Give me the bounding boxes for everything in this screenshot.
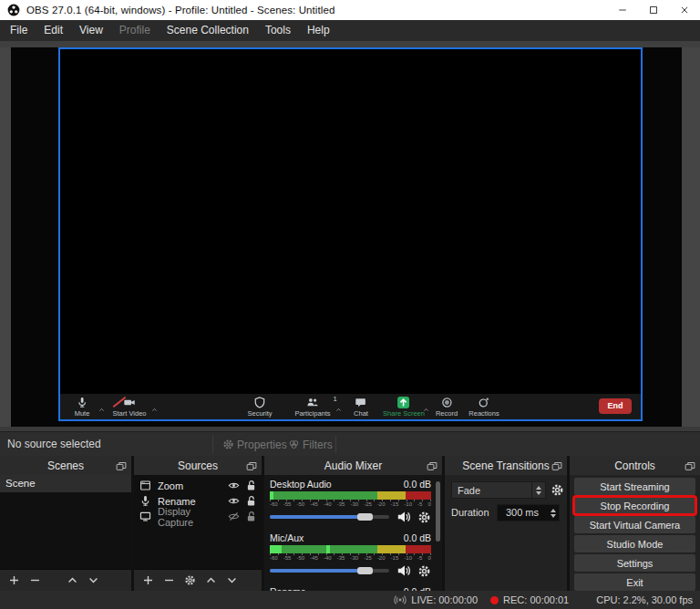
- menu-file[interactable]: File: [2, 20, 36, 41]
- menu-edit[interactable]: Edit: [36, 20, 71, 41]
- zoom-record-button[interactable]: Record: [436, 397, 458, 418]
- meter-scale: -60-55-50-45-40-35-30-25-20-15-10-50: [270, 500, 431, 508]
- zoom-mute-button[interactable]: Mute: [75, 397, 90, 418]
- speaker-icon[interactable]: [396, 510, 411, 524]
- scenes-header[interactable]: Scenes: [0, 456, 131, 475]
- maximize-button[interactable]: [638, 0, 669, 20]
- start-streaming-button[interactable]: Start Streaming: [574, 478, 695, 495]
- transition-select[interactable]: Fade: [451, 481, 546, 499]
- minimize-button[interactable]: [607, 0, 638, 20]
- volume-slider[interactable]: [270, 569, 389, 573]
- move-scene-down-button[interactable]: [87, 573, 100, 587]
- exit-button[interactable]: Exit: [574, 573, 695, 591]
- scene-item-selected[interactable]: Scene: [0, 475, 131, 492]
- settings-button[interactable]: Settings: [574, 554, 695, 572]
- reactions-icon: [468, 397, 499, 408]
- eye-icon[interactable]: [228, 495, 240, 507]
- audio-mixer-header[interactable]: Audio Mixer: [264, 456, 442, 475]
- sources-toolbar: [134, 569, 262, 591]
- chevron-up-icon[interactable]: [98, 400, 105, 417]
- mixer-desktop-audio: Desktop Audio 0.0 dB -60-55-50-45-40-35-…: [270, 479, 431, 524]
- properties-button[interactable]: Properties: [222, 432, 287, 457]
- combo-spinner[interactable]: [531, 482, 545, 498]
- zoom-share-screen-button[interactable]: Share Screen: [383, 397, 425, 418]
- eye-off-icon[interactable]: [228, 511, 240, 522]
- close-button[interactable]: [669, 0, 700, 20]
- transition-gear-icon[interactable]: [551, 483, 564, 497]
- controls-header[interactable]: Controls: [570, 456, 700, 475]
- sources-list: Zoom Rename Display Capture: [134, 475, 262, 569]
- move-scene-up-button[interactable]: [66, 573, 79, 587]
- remove-scene-button[interactable]: [28, 573, 42, 587]
- source-row-zoom[interactable]: Zoom: [134, 478, 262, 493]
- rec-time: REC: 00:00:01: [503, 594, 569, 605]
- dock-icon[interactable]: [685, 459, 695, 470]
- scenes-list: Scene: [0, 475, 131, 569]
- chat-icon: [354, 397, 368, 408]
- lock-open-icon[interactable]: [245, 511, 257, 522]
- zoom-reactions-button[interactable]: Reactions: [468, 397, 499, 418]
- move-source-down-button[interactable]: [225, 573, 239, 587]
- menu-view[interactable]: View: [71, 20, 111, 41]
- lock-open-icon[interactable]: [245, 480, 257, 491]
- chevron-up-icon[interactable]: [335, 400, 342, 417]
- volume-meter: [270, 545, 431, 553]
- chevron-up-icon[interactable]: [423, 400, 429, 417]
- zoom-end-button[interactable]: End: [599, 398, 632, 414]
- mic-icon: [75, 397, 90, 408]
- obs-window: OBS 27.0.1 (64-bit, windows) - Profile: …: [0, 0, 700, 609]
- source-properties-button[interactable]: [183, 573, 197, 587]
- gear-icon[interactable]: [417, 564, 431, 578]
- gear-icon: [222, 439, 234, 450]
- add-source-button[interactable]: [141, 573, 155, 587]
- dock-icon[interactable]: [246, 459, 257, 470]
- eye-icon[interactable]: [228, 480, 240, 491]
- dock-icon[interactable]: [427, 459, 438, 470]
- move-source-up-button[interactable]: [204, 573, 218, 587]
- live-time: LIVE: 00:00:00: [411, 594, 478, 605]
- scene-transitions-panel: Scene Transitions Fade Duration 300 ms: [445, 456, 567, 591]
- studio-mode-button[interactable]: Studio Mode: [574, 535, 695, 552]
- program-canvas[interactable]: Mute Start Video Security: [58, 47, 643, 421]
- statusbar: LIVE: 00:00:00 REC: 00:00:01 CPU: 2.2%, …: [0, 591, 700, 609]
- zoom-meeting-toolbar: Mute Start Video Security: [60, 394, 641, 419]
- scenes-panel: Scenes Scene: [0, 456, 131, 591]
- channel-name: Mic/Aux: [270, 532, 304, 543]
- duration-spinner[interactable]: [547, 505, 559, 521]
- channel-level: 0.0 dB: [404, 479, 431, 490]
- monitor-icon: [139, 511, 151, 522]
- volume-meter: [270, 491, 431, 500]
- zoom-chat-button[interactable]: Chat: [354, 397, 368, 418]
- dock-icon[interactable]: [116, 459, 127, 470]
- menu-tools[interactable]: Tools: [257, 20, 299, 41]
- menu-profile[interactable]: Profile: [111, 20, 159, 41]
- volume-slider[interactable]: [270, 515, 389, 519]
- separator: [335, 436, 336, 453]
- add-scene-button[interactable]: [7, 573, 21, 587]
- participants-icon: 1: [294, 397, 330, 408]
- menubar-bottom-strip: [0, 41, 700, 47]
- source-row-display-capture[interactable]: Display Capture: [134, 509, 262, 524]
- mic-icon: [139, 495, 151, 507]
- lock-open-icon[interactable]: [245, 495, 257, 507]
- channel-level: 0.0 dB: [404, 532, 431, 543]
- zoom-participants-button[interactable]: 1 Participants: [294, 397, 330, 418]
- scene-transitions-header[interactable]: Scene Transitions: [445, 456, 567, 475]
- mixer-scrollbar[interactable]: [436, 481, 440, 542]
- menu-scene-collection[interactable]: Scene Collection: [159, 20, 257, 41]
- gear-icon[interactable]: [417, 511, 431, 524]
- zoom-security-button[interactable]: Security: [247, 397, 272, 418]
- dock-icon[interactable]: [551, 459, 562, 470]
- remove-source-button[interactable]: [162, 573, 176, 587]
- menu-help[interactable]: Help: [299, 20, 338, 41]
- sources-header[interactable]: Sources: [134, 456, 262, 475]
- controls-panel: Controls Start Streaming Stop Recording …: [570, 456, 700, 591]
- zoom-start-video-button[interactable]: Start Video: [113, 397, 147, 418]
- speaker-icon[interactable]: [396, 563, 411, 578]
- filters-button[interactable]: Filters: [288, 432, 333, 457]
- start-virtual-camera-button[interactable]: Start Virtual Camera: [574, 516, 695, 533]
- sources-panel: Sources Zoom Rename Displ: [134, 456, 262, 591]
- chevron-up-icon[interactable]: [151, 400, 158, 417]
- duration-spinbox[interactable]: 300 ms: [497, 504, 560, 521]
- stop-recording-button[interactable]: Stop Recording: [574, 497, 695, 514]
